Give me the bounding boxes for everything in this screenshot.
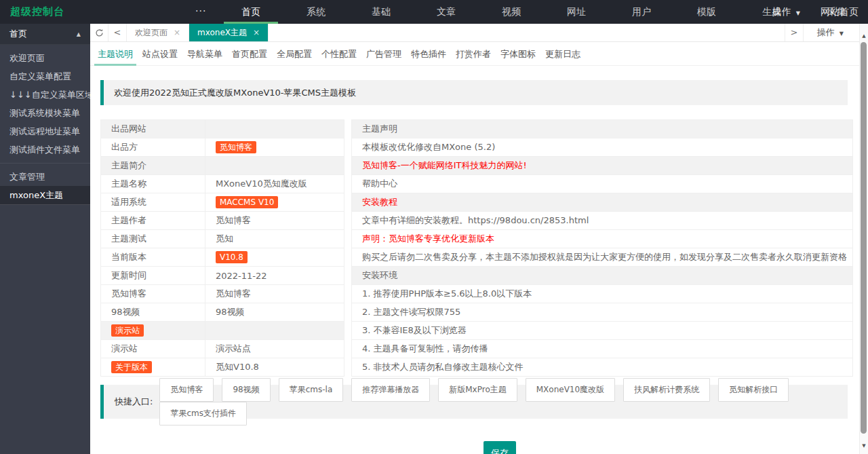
info-table-row-13: 关于版本觅知V10.8 bbox=[101, 358, 344, 377]
info-table-row-7: 当前版本V10.8 bbox=[101, 248, 344, 267]
desc-cell: 本模板改优化修改自MXone (5.2) bbox=[352, 138, 853, 157]
info-value-cell: 觅知博客 bbox=[205, 285, 344, 303]
tab-label: 欢迎页面 bbox=[135, 27, 167, 39]
info-table-row-9: 觅知博客觅知博客 bbox=[101, 285, 344, 303]
subtab-2[interactable]: 导航菜单 bbox=[187, 43, 222, 66]
desc-cell: 2. 主题文件读写权限755 bbox=[352, 303, 853, 322]
topnav-item-2[interactable]: 基础 bbox=[349, 0, 414, 24]
desc-table-row-9: 1. 推荐使用PHP版本≥5.6以上8.0以下版本 bbox=[352, 285, 853, 303]
quick-link-8[interactable]: 苹果cms支付插件 bbox=[159, 402, 247, 425]
scrollbar-up-arrow-icon[interactable]: ▲ bbox=[860, 33, 868, 39]
info-label-cell: 演示站 bbox=[101, 322, 205, 340]
tabs-scroll-right-button[interactable]: > bbox=[785, 24, 803, 41]
tabs-scroll-left-button[interactable]: < bbox=[108, 24, 127, 41]
desc-table-row-11: 3. 不兼容IE8及以下浏览器 bbox=[352, 322, 853, 340]
subtab-0[interactable]: 主题说明 bbox=[98, 43, 133, 66]
topnav-item-3[interactable]: 文章 bbox=[414, 0, 479, 24]
save-button[interactable]: 保存 bbox=[484, 441, 516, 454]
subtab-7[interactable]: 特色插件 bbox=[411, 43, 446, 66]
quick-link-1[interactable]: 98视频 bbox=[222, 378, 270, 402]
subtab-10[interactable]: 更新日志 bbox=[545, 43, 580, 66]
info-label-cell: 演示站 bbox=[101, 340, 205, 358]
content-area: 欢迎使用2022觅知正式魔改版MXoneV10-苹果CMS主题模板 出品网站出品… bbox=[90, 66, 860, 454]
scrollbar-thumb[interactable] bbox=[861, 42, 867, 434]
site-home-link[interactable]: 网站首页 bbox=[821, 6, 859, 18]
topbar-action-dropdown[interactable]: 操作▼ bbox=[772, 6, 800, 18]
topnav-item-5[interactable]: 网址 bbox=[544, 0, 609, 24]
main-area: < 欢迎页面×mxoneX主题× > 操作▼ 主题说明站点设置导航菜单首页配置全… bbox=[90, 24, 868, 454]
desc-cell: 主题声明 bbox=[352, 120, 853, 138]
subtab-6[interactable]: 广告管理 bbox=[366, 43, 401, 66]
sidebar-divider bbox=[0, 163, 90, 164]
quick-link-6[interactable]: 扶风解析计费系统 bbox=[623, 378, 710, 402]
info-value-cell: MXoneV10觅知魔改版 bbox=[205, 175, 344, 193]
desc-cell: 购买之后请勿二次售卖及分享，本主题不添加授权就是因为让大家更方便的使用，如发现分… bbox=[352, 248, 853, 267]
caret-up-icon: ▲ bbox=[77, 31, 81, 37]
topnav-item-4[interactable]: 视频 bbox=[479, 0, 544, 24]
badge: 觅知博客 bbox=[216, 141, 256, 153]
info-table-row-0: 出品网站 bbox=[101, 120, 344, 138]
sidebar-item-0[interactable]: 欢迎页面 bbox=[0, 49, 90, 67]
quick-links-buttons: 觅知博客98视频苹果cms-la推荐弹幕播放器新版MxPro主题MXoneV10… bbox=[159, 378, 848, 425]
sidebar-item-5[interactable]: 测试插件文件菜单 bbox=[0, 140, 90, 159]
welcome-banner: 欢迎使用2022觅知正式魔改版MXoneV10-苹果CMS主题模板 bbox=[100, 80, 848, 105]
tab-0[interactable]: 欢迎页面× bbox=[127, 24, 189, 41]
info-label-cell: 觅知博客 bbox=[101, 285, 205, 303]
badge: MACCMS V10 bbox=[216, 196, 278, 208]
tab-1[interactable]: mxoneX主题× bbox=[189, 24, 269, 41]
topnav-item-0[interactable]: 首页 bbox=[218, 0, 283, 24]
sidebar-item-g2-1[interactable]: mxoneX主题 bbox=[0, 186, 90, 205]
app-root: 超级控制台 ··· 首页系统基础文章视频网址用户模版生成采集数据库应用 操作▼ … bbox=[0, 0, 868, 454]
quick-link-0[interactable]: 觅知博客 bbox=[159, 378, 214, 402]
topnav-item-7[interactable]: 模版 bbox=[674, 0, 739, 24]
subtab-4[interactable]: 全局配置 bbox=[277, 43, 312, 66]
quick-link-7[interactable]: 觅知解析接口 bbox=[718, 378, 789, 402]
info-value-cell: 觅知博客 bbox=[205, 138, 344, 157]
subtab-3[interactable]: 首页配置 bbox=[232, 43, 267, 66]
info-value-cell bbox=[205, 120, 344, 138]
desc-table-row-8: 安装环境 bbox=[352, 267, 853, 285]
desc-cell: 觅知博客-一个赋能网络IT科技魅力的网站! bbox=[352, 157, 853, 175]
vertical-scrollbar[interactable]: ▲ ▼ bbox=[859, 24, 868, 454]
desc-cell: 3. 不兼容IE8及以下浏览器 bbox=[352, 322, 853, 340]
subtab-8[interactable]: 打赏作者 bbox=[456, 43, 491, 66]
theme-description-table: 主题声明本模板改优化修改自MXone (5.2)觅知博客-一个赋能网络IT科技魅… bbox=[351, 119, 853, 377]
desc-table-row-6: 声明：觅知博客专享优化更新版本 bbox=[352, 230, 853, 248]
tab-label: mxoneX主题 bbox=[197, 27, 247, 39]
info-table-row-8: 更新时间2022-11-22 bbox=[101, 267, 344, 285]
quick-links-label: 快捷入口: bbox=[115, 396, 153, 408]
sidebar-item-2[interactable]: ↓↓↓自定义菜单区域↓↓↓ bbox=[0, 86, 90, 104]
sidebar-item-3[interactable]: 测试系统模块菜单 bbox=[0, 104, 90, 122]
more-menu-icon[interactable]: ··· bbox=[195, 0, 206, 22]
info-label-cell: 关于版本 bbox=[101, 358, 205, 377]
topnav-item-6[interactable]: 用户 bbox=[609, 0, 674, 24]
topnav-item-1[interactable]: 系统 bbox=[283, 0, 349, 24]
quick-link-3[interactable]: 推荐弹幕播放器 bbox=[351, 378, 430, 402]
desc-table-row-5: 文章中有详细的安装教程。https://98dou.cn/2853.html bbox=[352, 212, 853, 230]
quick-link-5[interactable]: MXoneV10魔改版 bbox=[526, 378, 615, 402]
desc-table-row-2: 觅知博客-一个赋能网络IT科技魅力的网站! bbox=[352, 157, 853, 175]
subtab-5[interactable]: 个性配置 bbox=[321, 43, 357, 66]
subtab-9[interactable]: 字体图标 bbox=[500, 43, 536, 66]
sidebar-item-4[interactable]: 测试远程地址菜单 bbox=[0, 122, 90, 140]
refresh-icon bbox=[95, 29, 104, 37]
quick-link-4[interactable]: 新版MxPro主题 bbox=[438, 378, 517, 402]
subtab-1[interactable]: 站点设置 bbox=[142, 43, 178, 66]
sidebar-item-1[interactable]: 自定义菜单配置 bbox=[0, 67, 90, 86]
refresh-button[interactable] bbox=[90, 24, 108, 41]
info-label-cell: 更新时间 bbox=[101, 267, 205, 285]
tab-close-icon[interactable]: × bbox=[253, 28, 260, 37]
info-table-row-6: 主题测试觅知 bbox=[101, 230, 344, 248]
tab-close-icon[interactable]: × bbox=[174, 28, 180, 37]
badge: V10.8 bbox=[216, 251, 248, 263]
info-table-row-3: 主题名称MXoneV10觅知魔改版 bbox=[101, 175, 344, 193]
sidebar-group-header[interactable]: 首页 ▲ bbox=[0, 24, 90, 45]
scrollbar-down-arrow-icon[interactable]: ▼ bbox=[860, 443, 868, 449]
tab-operations-dropdown[interactable]: 操作▼ bbox=[803, 24, 857, 41]
desc-table-row-1: 本模板改优化修改自MXone (5.2) bbox=[352, 138, 853, 157]
sidebar-item-g2-0[interactable]: 文章管理 bbox=[0, 168, 90, 186]
info-label-cell: 主题名称 bbox=[101, 175, 205, 193]
tab-operations-label: 操作 bbox=[817, 27, 835, 37]
quick-link-2[interactable]: 苹果cms-la bbox=[279, 378, 344, 402]
info-value-cell: 98视频 bbox=[205, 303, 344, 322]
